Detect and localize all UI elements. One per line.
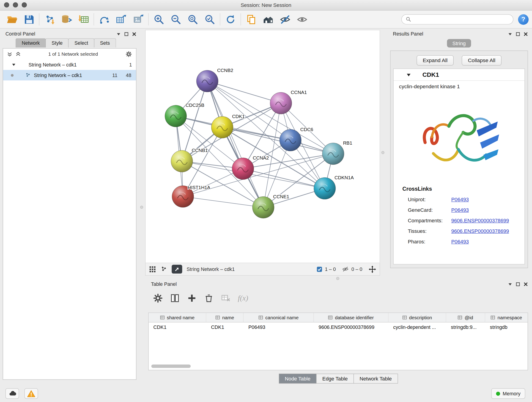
cell-name[interactable]: CDK1	[206, 322, 244, 332]
import-network-file-button[interactable]	[41, 12, 58, 27]
string-home-button[interactable]	[260, 12, 277, 27]
node-CCNA2[interactable]	[232, 158, 254, 180]
edge-CCNA2-CDKN1A[interactable]	[243, 169, 325, 188]
cell-canonical-name[interactable]: P06493	[244, 322, 314, 332]
node-CDK1[interactable]	[211, 116, 233, 138]
node-CDC25B[interactable]	[165, 105, 187, 127]
cell-namespace[interactable]: stringdb	[485, 322, 528, 332]
column-header[interactable]: database identifier	[314, 313, 389, 322]
horizontal-scrollbar-thumb[interactable]	[151, 364, 191, 368]
left-splitter-handle[interactable]	[140, 206, 143, 209]
column-header[interactable]: name	[206, 313, 244, 322]
open-session-button[interactable]	[3, 12, 20, 27]
refresh-layout-button[interactable]	[222, 12, 239, 27]
node-CCNB2[interactable]	[196, 70, 218, 92]
edge-CCNB2-CCNE1[interactable]	[207, 81, 263, 207]
tab-network[interactable]: Network	[16, 38, 46, 47]
crosslink-pharos-link[interactable]: P06493	[451, 239, 469, 244]
cell-id[interactable]: stringdb:9...	[446, 322, 485, 332]
enhanced-labels-toggle-button[interactable]	[277, 12, 293, 27]
save-session-button[interactable]	[20, 12, 37, 27]
cell-shared-name[interactable]: CDK1	[149, 322, 206, 332]
table-settings-gear-icon[interactable]	[153, 293, 163, 303]
network-row-selected[interactable]: String Network – cdk1 11 48	[3, 70, 136, 80]
collapse-all-button[interactable]: Collapse All	[462, 55, 501, 65]
selected-checkbox-icon[interactable]	[317, 266, 322, 272]
panel-collapse-icon[interactable]	[508, 282, 512, 286]
cloud-status-button[interactable]	[6, 388, 19, 399]
birdseye-toggle-button[interactable]	[172, 265, 182, 274]
expander-icon[interactable]	[12, 63, 16, 66]
panel-close-icon[interactable]	[524, 32, 528, 36]
column-type-icon	[328, 315, 332, 320]
network-view[interactable]: CCNB2CCNA1CDC25BCDK1CDC6RB1CCNB1CCNA2CDK…	[145, 30, 380, 263]
network-view-icon[interactable]	[160, 266, 167, 273]
network-collection-row[interactable]: String Network – cdk1 1	[3, 59, 136, 70]
panel-collapse-icon[interactable]	[508, 32, 512, 36]
panel-close-icon[interactable]	[132, 32, 136, 36]
gear-icon[interactable]	[126, 51, 132, 57]
show-graphics-toggle-button[interactable]	[293, 12, 310, 27]
network-graph[interactable]: CCNB2CCNA1CDC25BCDK1CDC6RB1CCNB1CCNA2CDK…	[146, 30, 380, 263]
column-header[interactable]: @id	[446, 313, 485, 322]
node-CDKN1A[interactable]	[314, 177, 336, 199]
column-header[interactable]: description	[389, 313, 446, 322]
tab-select[interactable]: Select	[68, 38, 94, 47]
tab-node-table[interactable]: Node Table	[279, 374, 317, 383]
help-button[interactable]: ?	[518, 14, 529, 25]
export-image-button[interactable]	[130, 12, 147, 27]
zoom-in-button[interactable]	[150, 12, 167, 27]
tab-string[interactable]: String	[447, 39, 471, 47]
panel-close-icon[interactable]	[524, 282, 528, 286]
panel-float-icon[interactable]	[516, 282, 520, 286]
hidden-eye-slash-icon[interactable]	[342, 266, 349, 273]
zoom-selected-button[interactable]	[201, 12, 218, 27]
node-CDC6[interactable]	[279, 129, 301, 151]
crosslink-genecard-link[interactable]: P06493	[451, 207, 469, 213]
new-network-selection-button[interactable]	[96, 12, 113, 27]
collapse-all-icon[interactable]	[7, 51, 12, 56]
panel-collapse-icon[interactable]	[116, 32, 121, 36]
edge-CCNB2-CCNA1[interactable]	[207, 81, 281, 103]
memory-button[interactable]: Memory	[491, 388, 525, 399]
edge-CCNE1-HIST1H1A[interactable]	[183, 196, 263, 207]
tab-style[interactable]: Style	[46, 38, 69, 47]
section-expander-icon[interactable]	[406, 72, 411, 77]
zoom-fit-button[interactable]	[184, 12, 201, 27]
cell-description[interactable]: cyclin-dependent ...	[389, 322, 446, 332]
export-table-button[interactable]	[113, 12, 130, 27]
column-header[interactable]: shared name	[149, 313, 206, 322]
import-table-button[interactable]	[75, 12, 92, 27]
panel-float-icon[interactable]	[124, 32, 128, 36]
import-network-database-button[interactable]	[58, 12, 75, 27]
bottom-splitter-handle[interactable]	[336, 277, 339, 280]
pan-move-icon[interactable]	[368, 265, 376, 273]
node-RB1[interactable]	[322, 143, 344, 165]
warnings-button[interactable]	[25, 388, 38, 399]
crosslink-row: Uniprot: P06493	[394, 194, 525, 205]
column-header[interactable]: namespace	[485, 313, 528, 322]
toolbar-search-input[interactable]	[414, 16, 509, 22]
panel-float-icon[interactable]	[516, 32, 520, 36]
node-CCNA1[interactable]	[270, 92, 292, 114]
delete-column-icon[interactable]	[204, 293, 214, 303]
tab-edge-table[interactable]: Edge Table	[316, 374, 354, 383]
table-row[interactable]: CDK1 CDK1 P06493 9606.ENSP00000378699 cy…	[149, 322, 528, 332]
crosslink-tissues-link[interactable]: 9606.ENSP00000378699	[451, 228, 509, 234]
column-header[interactable]: canonical name	[244, 313, 314, 322]
right-splitter-handle[interactable]	[381, 151, 384, 154]
grid-view-icon[interactable]	[149, 266, 156, 273]
tab-network-table[interactable]: Network Table	[354, 374, 398, 383]
crosslink-compartments-link[interactable]: 9606.ENSP00000378699	[451, 217, 509, 223]
add-column-icon[interactable]	[187, 293, 197, 303]
zoom-out-button[interactable]	[167, 12, 184, 27]
cell-database-identifier[interactable]: 9606.ENSP00000378699	[314, 322, 389, 332]
copy-document-button[interactable]	[243, 12, 260, 27]
expand-all-button[interactable]: Expand All	[417, 55, 454, 65]
crosslink-uniprot-link[interactable]: P06493	[451, 196, 469, 202]
expand-all-icon[interactable]	[16, 51, 21, 56]
show-columns-icon[interactable]	[170, 293, 180, 303]
tab-sets[interactable]: Sets	[94, 38, 116, 47]
node-CCNE1[interactable]	[253, 196, 274, 218]
node-CCNB1[interactable]	[171, 150, 193, 172]
